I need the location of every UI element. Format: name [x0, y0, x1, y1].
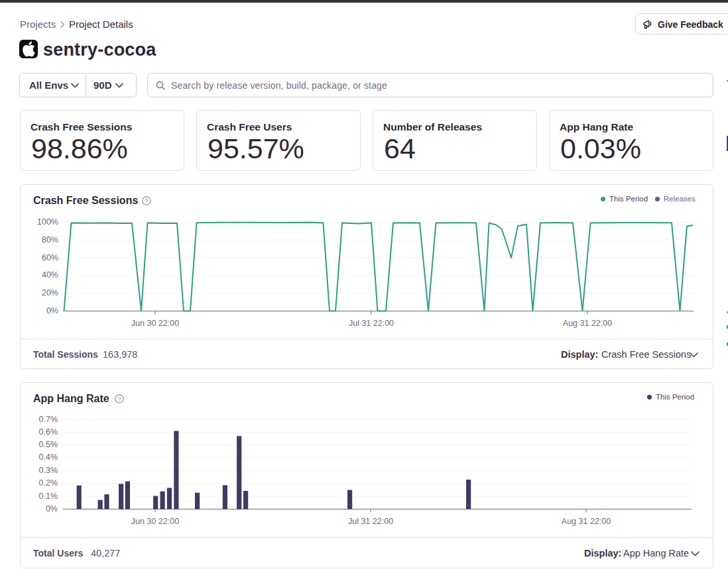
svg-text:Jun 30 22:00: Jun 30 22:00 — [131, 319, 179, 328]
svg-text:0.7%: 0.7% — [39, 415, 58, 424]
svg-text:60%: 60% — [42, 253, 58, 262]
svg-text:0.1%: 0.1% — [39, 492, 58, 501]
svg-text:0.5%: 0.5% — [39, 440, 58, 449]
svg-text:Aug 31 22:00: Aug 31 22:00 — [563, 319, 612, 328]
svg-text:Jul 31 22:00: Jul 31 22:00 — [348, 517, 393, 526]
svg-text:0%: 0% — [46, 504, 58, 513]
svg-text:40%: 40% — [42, 270, 58, 280]
svg-text:0.2%: 0.2% — [39, 478, 58, 488]
svg-text:0.3%: 0.3% — [39, 466, 58, 475]
svg-text:Jun 30 22:00: Jun 30 22:00 — [131, 517, 179, 526]
svg-text:0%: 0% — [46, 306, 58, 315]
svg-text:0.4%: 0.4% — [39, 452, 58, 462]
svg-text:20%: 20% — [42, 288, 58, 297]
svg-text:0.6%: 0.6% — [39, 427, 58, 437]
svg-text:Aug 31 22:00: Aug 31 22:00 — [562, 517, 611, 526]
svg-text:80%: 80% — [42, 235, 58, 244]
svg-text:Jul 31 22:00: Jul 31 22:00 — [349, 319, 394, 328]
svg-text:100%: 100% — [37, 217, 58, 227]
